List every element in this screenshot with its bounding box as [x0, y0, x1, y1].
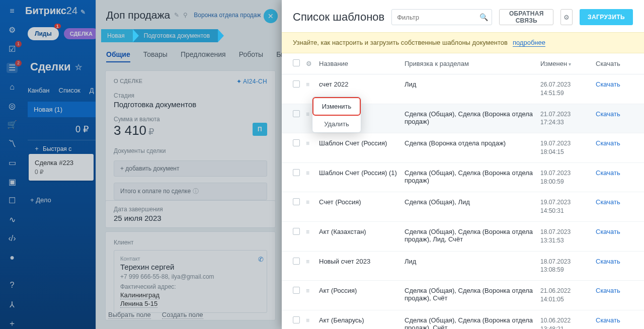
info-banner: Узнайте, как настроить и загрузить собст…: [282, 32, 644, 53]
row-binding: Лид: [405, 258, 540, 265]
row-menu-icon[interactable]: ≡: [306, 258, 309, 265]
row-menu-icon[interactable]: ≡: [306, 81, 309, 88]
sort-desc-icon: ▾: [569, 61, 571, 67]
row-menu-icon[interactable]: ≡: [306, 140, 309, 147]
row-date: 19.07.202318:04:15: [540, 139, 596, 156]
row-date: 19.07.202318:00:59: [540, 169, 596, 186]
table-row[interactable]: ≡Шаблон Счет (Россия)Сделка (Воронка отд…: [282, 133, 644, 163]
row-download-link[interactable]: Скачать: [596, 258, 620, 265]
row-download-link[interactable]: Скачать: [596, 110, 620, 118]
col-name[interactable]: Название: [319, 60, 405, 67]
templates-header: Список шаблонов 🔍 ОБРАТНАЯ СВЯЗЬ ⚙ ЗАГРУ…: [282, 0, 644, 32]
row-binding: Лид: [405, 80, 540, 88]
row-binding: Сделка (Общая), Сделка (Воронка отдела п…: [405, 110, 540, 125]
row-checkbox[interactable]: [293, 258, 300, 265]
row-menu-icon[interactable]: ≡: [306, 317, 309, 324]
row-download-link[interactable]: Скачать: [596, 139, 620, 147]
table-row[interactable]: ≡Акт (Беларусь)Сделка (Общая), Сделка (В…: [282, 310, 644, 329]
row-date: 19.07.202314:50:31: [540, 198, 596, 215]
row-date: 21.06.202214:01:05: [540, 287, 596, 304]
row-menu-icon[interactable]: ≡: [306, 287, 309, 294]
table-row[interactable]: ≡Счет (Россия)Сделка (Общая), Лид19.07.2…: [282, 192, 644, 222]
upload-button[interactable]: ЗАГРУЗИТЬ: [580, 9, 633, 25]
row-name: Шаблон Счет (Россия) (1): [319, 169, 405, 177]
row-date: 26.07.202314:51:59: [540, 80, 596, 98]
row-date: 21.07.202317:24:33: [540, 110, 596, 127]
row-date: 18.07.202313:08:59: [540, 258, 596, 275]
row-checkbox[interactable]: [293, 80, 300, 88]
templates-panel: Список шаблонов 🔍 ОБРАТНАЯ СВЯЗЬ ⚙ ЗАГРУ…: [282, 0, 644, 329]
row-binding: Сделка (Общая), Сделка (Воронка отдела п…: [405, 228, 540, 243]
row-date: 10.06.202213:48:21: [540, 316, 596, 329]
row-binding: Сделка (Общая), Сделка (Воронка отдела п…: [405, 287, 540, 302]
gear-icon[interactable]: ⚙: [306, 60, 319, 67]
col-bind[interactable]: Привязка к разделам: [405, 60, 540, 67]
search-icon[interactable]: 🔍: [479, 13, 488, 21]
row-name: Акт (Казахстан): [319, 228, 405, 235]
row-name: Акт (Беларусь): [319, 316, 405, 324]
banner-link[interactable]: подробнее: [513, 39, 545, 47]
row-context-menu: Изменить Удалить: [312, 97, 361, 133]
row-menu-icon[interactable]: ≡: [306, 170, 309, 177]
row-date: 18.07.202313:31:53: [540, 228, 596, 245]
row-checkbox[interactable]: [293, 198, 300, 205]
col-download[interactable]: Скачать: [596, 60, 633, 67]
row-name: Счет (Россия): [319, 198, 405, 206]
row-checkbox[interactable]: [293, 169, 300, 176]
row-download-link[interactable]: Скачать: [596, 228, 620, 235]
ctx-delete[interactable]: Удалить: [312, 116, 361, 132]
row-download-link[interactable]: Скачать: [596, 316, 620, 324]
row-download-link[interactable]: Скачать: [596, 287, 620, 294]
table-row[interactable]: ≡Новый счет 2023Лид18.07.202313:08:59Ска…: [282, 252, 644, 281]
col-date[interactable]: Изменен▾: [540, 60, 596, 67]
table-row[interactable]: ≡Акт (Казахстан)Сделка (Общая), Сделка (…: [282, 222, 644, 252]
row-binding: Сделка (Общая), Лид: [405, 198, 540, 206]
templates-title: Список шаблонов: [293, 11, 384, 24]
row-name: Акт (Россия): [319, 287, 405, 294]
settings-button[interactable]: ⚙: [560, 9, 573, 25]
table-header: ⚙ Название Привязка к разделам Изменен▾ …: [282, 53, 644, 74]
table-row[interactable]: ≡Акт (Россия)Сделка (Общая), Сделка (Вор…: [282, 281, 644, 310]
ctx-edit[interactable]: Изменить: [312, 97, 361, 116]
row-checkbox[interactable]: [293, 110, 300, 117]
row-name: Новый счет 2023: [319, 258, 405, 265]
row-download-link[interactable]: Скачать: [596, 198, 620, 206]
filter-input[interactable]: [391, 9, 492, 25]
row-binding: Сделка (Общая), Сделка (Воронка отдела п…: [405, 169, 540, 184]
search-box: 🔍: [391, 9, 492, 25]
row-menu-icon[interactable]: ≡: [306, 199, 309, 206]
feedback-button[interactable]: ОБРАТНАЯ СВЯЗЬ: [499, 9, 553, 25]
row-download-link[interactable]: Скачать: [596, 169, 620, 177]
row-binding: Сделка (Общая), Сделка (Воронка отдела п…: [405, 316, 540, 329]
row-menu-icon[interactable]: ≡: [306, 228, 309, 235]
select-all-checkbox[interactable]: [293, 59, 300, 66]
row-checkbox[interactable]: [293, 287, 300, 294]
table-row[interactable]: ≡Шаблон Счет (Россия) (1)Сделка (Общая),…: [282, 163, 644, 193]
row-menu-icon[interactable]: ≡: [306, 111, 309, 118]
row-name: Шаблон Счет (Россия): [319, 139, 405, 147]
row-checkbox[interactable]: [293, 228, 300, 235]
row-checkbox[interactable]: [293, 316, 300, 323]
row-checkbox[interactable]: [293, 139, 300, 146]
banner-text: Узнайте, как настроить и загрузить собст…: [293, 39, 508, 47]
row-download-link[interactable]: Скачать: [596, 80, 620, 88]
row-binding: Сделка (Воронка отдела продаж): [405, 139, 540, 147]
row-name: счет 2022: [319, 80, 405, 88]
